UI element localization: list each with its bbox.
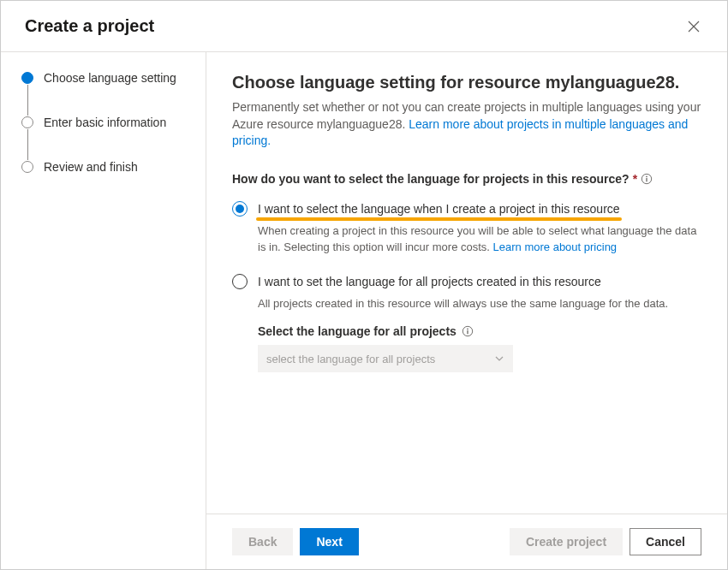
info-icon[interactable]: [462, 325, 474, 337]
step-bullet-icon: [21, 161, 33, 173]
step-label: Enter basic information: [44, 116, 166, 129]
learn-more-pricing-link[interactable]: Learn more about pricing: [493, 240, 618, 253]
option-all-projects-description: All projects created in this resource wi…: [258, 296, 701, 312]
page-description: Permanently set whether or not you can c…: [232, 99, 701, 150]
cancel-button[interactable]: Cancel: [630, 528, 701, 555]
wizard-sidebar: Choose language setting Enter basic info…: [1, 52, 206, 569]
option-all-projects-language: I want to set the language for all proje…: [232, 274, 701, 372]
step-enter-basic-info[interactable]: Enter basic information: [21, 116, 190, 129]
step-choose-language[interactable]: Choose language setting: [21, 71, 190, 85]
info-icon[interactable]: [641, 173, 653, 185]
radio-all-projects-label: I want to set the language for all proje…: [258, 275, 601, 288]
radio-per-project-label: I want to select the language when I cre…: [258, 202, 620, 216]
option1-desc-text: When creating a project in this resource…: [258, 224, 696, 253]
question-text: How do you want to select the language f…: [232, 172, 630, 186]
modal-title: Create a project: [25, 16, 154, 36]
dropdown-placeholder: select the language for all projects: [266, 353, 435, 365]
svg-rect-5: [467, 330, 468, 334]
option-per-project-description: When creating a project in this resource…: [258, 223, 701, 256]
step-connector: [27, 85, 29, 116]
select-language-label-text: Select the language for all projects: [258, 324, 456, 338]
step-bullet-active-icon: [21, 72, 33, 84]
step-review-finish[interactable]: Review and finish: [21, 160, 190, 174]
step-label: Review and finish: [44, 160, 138, 174]
close-icon: [688, 21, 700, 33]
radio-all-projects[interactable]: [232, 274, 248, 289]
language-selection-question: How do you want to select the language f…: [232, 172, 701, 186]
step-label: Choose language setting: [44, 71, 176, 85]
svg-point-4: [467, 329, 468, 330]
select-language-label: Select the language for all projects: [258, 324, 701, 338]
option-per-project-language: I want to select the language when I cre…: [232, 201, 701, 256]
svg-rect-2: [646, 178, 647, 181]
required-asterisk: *: [633, 172, 637, 186]
step-connector: [27, 129, 29, 160]
page-heading: Choose language setting for resource myl…: [232, 73, 701, 92]
svg-point-1: [646, 175, 647, 177]
close-button[interactable]: [684, 17, 703, 36]
next-button[interactable]: Next: [300, 528, 358, 555]
create-project-button[interactable]: Create project: [510, 528, 623, 555]
step-bullet-icon: [21, 116, 33, 128]
wizard-footer: Back Next Create project Cancel: [206, 514, 727, 569]
radio-per-project[interactable]: [232, 201, 248, 217]
back-button[interactable]: Back: [232, 528, 293, 555]
chevron-down-icon: [494, 353, 504, 364]
language-select-dropdown[interactable]: select the language for all projects: [258, 345, 513, 372]
